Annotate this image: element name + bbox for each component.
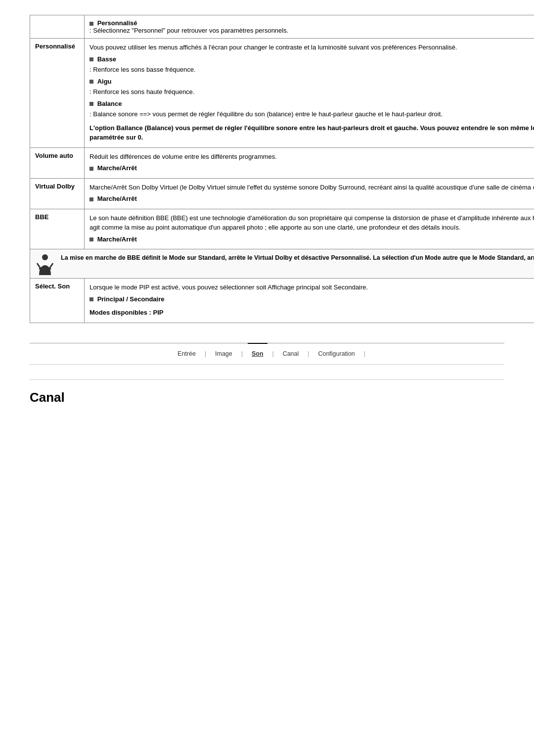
table-row-volume-auto: Volume auto Réduit les différences de vo…: [30, 147, 534, 178]
marche-arret-2: Marche/Arrêt: [97, 195, 137, 202]
balance-note: L'option Ballance (Balance) vous permet …: [89, 123, 534, 142]
bullet-icon: [89, 297, 93, 301]
bullet-icon: [89, 197, 93, 201]
virtual-dolby-desc: Marche/Arrêt Son Dolby Virtuel (le Dolby…: [89, 183, 534, 192]
balance-desc: : Balance sonore ==> vous permet de régl…: [89, 109, 534, 119]
personnalise-sub: : Sélectionnez "Personnel" pour retrouve…: [89, 27, 288, 34]
principal-secondaire: Principal / Secondaire: [97, 295, 165, 303]
row-label-empty: [30, 15, 85, 39]
svg-line-3: [37, 263, 41, 269]
row-label-personnalise: Personnalisé: [30, 39, 85, 148]
personnalise-heading: Personnalisé: [97, 19, 137, 27]
virtual-dolby-marche: Marche/Arrêt: [89, 194, 534, 204]
main-table: Personnalisé : Sélectionnez "Personnel" …: [30, 15, 534, 323]
nav-item-configuration[interactable]: Configuration: [309, 348, 363, 359]
select-son-principal: Principal / Secondaire: [89, 294, 534, 304]
basse-desc: : Renforce les sons basse fréquence.: [89, 65, 534, 75]
bullet-icon: [89, 167, 93, 171]
table-row-bbe: BBE Le son haute définition BBE (BBE) es…: [30, 209, 534, 249]
row-content-bbe: Le son haute définition BBE (BBE) est un…: [85, 209, 534, 249]
table-row-virtual-dolby: Virtual Dolby Marche/Arrêt Son Dolby Vir…: [30, 178, 534, 209]
active-underline: [248, 343, 267, 344]
row-content-personnalise-header: Personnalisé : Sélectionnez "Personnel" …: [85, 15, 534, 39]
bbe-marche: Marche/Arrêt: [89, 235, 534, 244]
modes-disponibles: Modes disponibles : PIP: [89, 308, 534, 318]
warning-icon: [35, 254, 55, 274]
aigu-sub: Aigu: [89, 77, 534, 87]
bbe-desc: Le son haute définition BBE (BBE) est un…: [89, 213, 534, 233]
row-content-virtual-dolby: Marche/Arrêt Son Dolby Virtuel (le Dolby…: [85, 178, 534, 209]
warning-cell: La mise en marche de BBE définit le Mode…: [30, 249, 534, 279]
nav-item-image[interactable]: Image: [206, 348, 241, 359]
balance-label: Balance: [97, 100, 122, 107]
nav-sep-5: |: [364, 350, 365, 357]
bullet-icon: [89, 237, 93, 241]
warning-figure-icon: [35, 253, 55, 275]
warning-text: La mise en marche de BBE définit le Mode…: [61, 253, 534, 263]
warning-message: La mise en marche de BBE définit le Mode…: [61, 254, 534, 261]
marche-arret-3: Marche/Arrêt: [97, 236, 137, 243]
nav-item-entree[interactable]: Entrée: [169, 348, 205, 359]
page-wrapper: Personnalisé : Sélectionnez "Personnel" …: [0, 0, 534, 435]
nav-item-canal[interactable]: Canal: [274, 348, 308, 359]
volume-auto-marche: Marche/Arrêt: [89, 163, 534, 173]
divider-line: [30, 379, 504, 380]
row-label-select-son: Sélect. Son: [30, 279, 85, 323]
row-label-volume-auto: Volume auto: [30, 147, 85, 178]
canal-heading: Canal: [30, 390, 504, 405]
select-son-desc: Lorsque le mode PIP est activé, vous pou…: [89, 283, 534, 292]
bullet-icon: [89, 22, 93, 26]
bullet-icon: [89, 80, 93, 84]
row-content-select-son: Lorsque le mode PIP est activé, vous pou…: [85, 279, 534, 323]
nav-item-son[interactable]: Son: [243, 348, 272, 359]
navigation-bar: Entrée | Image | Son | Canal | Configura…: [30, 343, 504, 365]
table-row-warning: La mise en marche de BBE définit le Mode…: [30, 249, 534, 279]
row-label-bbe: BBE: [30, 209, 85, 249]
table-row-personnalise: Personnalisé Vous pouvez utiliser les me…: [30, 39, 534, 148]
svg-point-0: [42, 254, 48, 260]
table-row-personnnalise-header: Personnalisé : Sélectionnez "Personnel" …: [30, 15, 534, 39]
row-content-personnalise: Vous pouvez utiliser les menus affichés …: [85, 39, 534, 148]
bullet-icon: [89, 57, 93, 61]
row-content-volume-auto: Réduit les différences de volume entre l…: [85, 147, 534, 178]
volume-auto-desc: Réduit les différences de volume entre l…: [89, 152, 534, 162]
row-label-virtual-dolby: Virtual Dolby: [30, 178, 85, 209]
basse-label: Basse: [97, 55, 116, 63]
marche-arret-1: Marche/Arrêt: [97, 164, 137, 172]
balance-sub: Balance: [89, 99, 534, 109]
bullet-icon: [89, 102, 93, 106]
basse-sub: Basse: [89, 54, 534, 64]
svg-line-4: [49, 263, 53, 269]
personnalise-text: Vous pouvez utiliser les menus affichés …: [89, 43, 534, 52]
table-row-select-son: Sélect. Son Lorsque le mode PIP est acti…: [30, 279, 534, 323]
warning-content: La mise en marche de BBE définit le Mode…: [35, 253, 534, 274]
aigu-desc: : Renforce les sons haute fréquence.: [89, 87, 534, 97]
aigu-label: Aigu: [97, 78, 112, 85]
